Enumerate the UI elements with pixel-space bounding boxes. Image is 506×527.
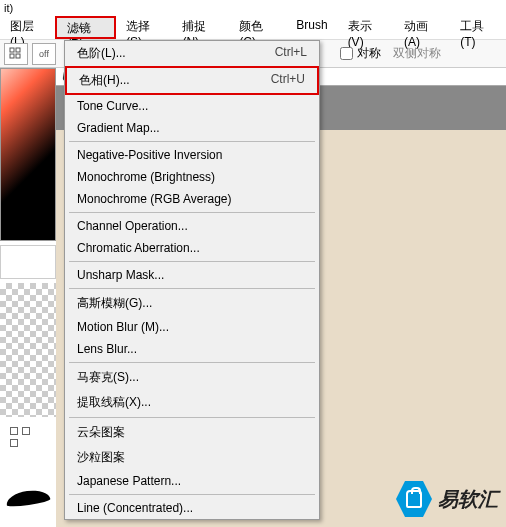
toolbar-off-btn[interactable]: off bbox=[32, 43, 56, 65]
filter-item-3-0[interactable]: Unsharp Mask... bbox=[65, 264, 319, 286]
transparency-checker bbox=[0, 283, 56, 417]
logo-text: 易软汇 bbox=[438, 486, 498, 513]
menu-0[interactable]: 图层(L) bbox=[0, 16, 55, 39]
filter-item-1-2[interactable]: Monochrome (RGB Average) bbox=[65, 188, 319, 210]
menu-8[interactable]: 工具(T) bbox=[450, 16, 506, 39]
filter-item-4-1[interactable]: Motion Blur (M)... bbox=[65, 316, 319, 338]
symmetry-controls: 对称 双侧对称 bbox=[340, 45, 441, 62]
filter-item-1-1[interactable]: Monochrome (Brightness) bbox=[65, 166, 319, 188]
dropdown-separator bbox=[69, 288, 315, 289]
filter-item-0-1[interactable]: 色相(H)...Ctrl+U bbox=[65, 66, 319, 95]
brush-preview bbox=[0, 469, 56, 527]
dropdown-separator bbox=[69, 417, 315, 418]
filter-item-7-0[interactable]: Line (Concentrated)... bbox=[65, 497, 319, 519]
filter-item-5-0[interactable]: 马赛克(S)... bbox=[65, 365, 319, 390]
menu-7[interactable]: 动画(A) bbox=[394, 16, 450, 39]
svg-rect-2 bbox=[10, 54, 14, 58]
filter-item-6-0[interactable]: 云朵图案 bbox=[65, 420, 319, 445]
menu-3[interactable]: 捕捉(N) bbox=[172, 16, 229, 39]
side-panel bbox=[0, 68, 56, 527]
menubar: 图层(L)滤镜(R)选择(S)捕捉(N)颜色(C)Brush表示(V)动画(A)… bbox=[0, 16, 506, 40]
filter-item-0-2[interactable]: Tone Curve... bbox=[65, 95, 319, 117]
dropdown-separator bbox=[69, 212, 315, 213]
window-title: it) bbox=[0, 0, 506, 16]
menu-2[interactable]: 选择(S) bbox=[116, 16, 172, 39]
dropdown-separator bbox=[69, 362, 315, 363]
filter-item-2-0[interactable]: Channel Operation... bbox=[65, 215, 319, 237]
logo-hex-icon bbox=[396, 479, 432, 519]
toolbar-grid-btn[interactable] bbox=[4, 43, 28, 65]
filter-item-0-3[interactable]: Gradient Map... bbox=[65, 117, 319, 139]
swatch-area[interactable] bbox=[0, 245, 56, 280]
menu-6[interactable]: 表示(V) bbox=[338, 16, 394, 39]
filter-item-6-2[interactable]: Japanese Pattern... bbox=[65, 470, 319, 492]
filter-item-1-0[interactable]: Negative-Positive Inversion bbox=[65, 144, 319, 166]
filter-item-2-1[interactable]: Chromatic Aberration... bbox=[65, 237, 319, 259]
svg-rect-3 bbox=[16, 54, 20, 58]
filter-item-5-1[interactable]: 提取线稿(X)... bbox=[65, 390, 319, 415]
filter-item-6-1[interactable]: 沙粒图案 bbox=[65, 445, 319, 470]
symmetry-mode: 双侧对称 bbox=[393, 45, 441, 62]
symmetry-checkbox[interactable] bbox=[340, 47, 353, 60]
menu-4[interactable]: 颜色(C) bbox=[229, 16, 286, 39]
menu-1[interactable]: 滤镜(R) bbox=[55, 16, 116, 39]
svg-rect-1 bbox=[16, 48, 20, 52]
filter-dropdown: 色阶(L)...Ctrl+L色相(H)...Ctrl+UTone Curve..… bbox=[64, 40, 320, 520]
filter-item-4-0[interactable]: 高斯模糊(G)... bbox=[65, 291, 319, 316]
color-picker[interactable] bbox=[0, 68, 56, 241]
filter-item-0-0[interactable]: 色阶(L)...Ctrl+L bbox=[65, 41, 319, 66]
dropdown-separator bbox=[69, 141, 315, 142]
dropdown-separator bbox=[69, 494, 315, 495]
filter-item-4-2[interactable]: Lens Blur... bbox=[65, 338, 319, 360]
watermark-logo: 易软汇 bbox=[396, 479, 498, 519]
menu-5[interactable]: Brush bbox=[286, 16, 337, 39]
brush-shape-icon bbox=[5, 488, 51, 508]
swatch-grid[interactable] bbox=[8, 425, 38, 449]
dropdown-separator bbox=[69, 261, 315, 262]
svg-rect-0 bbox=[10, 48, 14, 52]
symmetry-label: 对称 bbox=[357, 45, 381, 62]
